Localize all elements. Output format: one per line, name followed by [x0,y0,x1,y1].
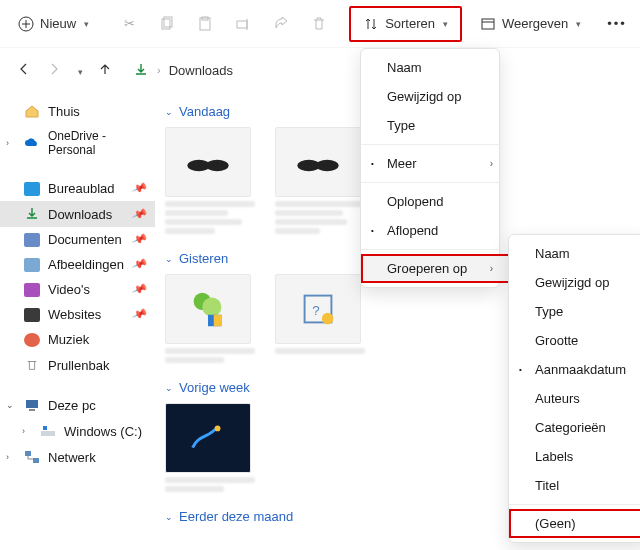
breadcrumb[interactable]: › Downloads [133,62,233,78]
delete-button[interactable] [301,10,337,38]
copy-button[interactable] [149,10,185,38]
new-button[interactable]: Nieuw ▾ [8,10,99,38]
expand-icon[interactable]: › [6,452,9,462]
sidebar-item-videos[interactable]: Video's📌 [0,277,155,302]
pin-icon: 📌 [131,205,149,222]
menu-item-label: Titel [535,478,559,493]
sort-menu: Naam Gewijzigd op Type •Meer› Oplopend •… [360,48,500,288]
trash-icon [311,16,327,32]
groupby-modified[interactable]: Gewijzigd op [509,268,640,297]
sidebar-drive-c[interactable]: ›Windows (C:) [0,418,155,444]
new-label: Nieuw [40,16,76,31]
svg-rect-11 [25,451,31,456]
sidebar-item-downloads[interactable]: Downloads📌 [0,201,155,227]
menu-item-label: Type [535,304,563,319]
menu-item-label: Labels [535,449,573,464]
groupby-title[interactable]: Titel [509,471,640,500]
sort-menu-name[interactable]: Naam [361,53,511,82]
groupby-labels[interactable]: Labels [509,442,640,471]
groupby-size[interactable]: Grootte [509,326,640,355]
svg-rect-20 [214,315,222,327]
file-item[interactable] [165,403,255,495]
svg-point-18 [202,298,221,317]
sort-menu-desc[interactable]: •Aflopend [361,216,511,245]
rename-button[interactable] [225,10,261,38]
chevron-down-icon: ▾ [84,19,89,29]
view-icon [480,16,496,32]
menu-item-label: Auteurs [535,391,580,406]
file-item[interactable] [275,127,365,237]
file-label-blur [275,348,365,354]
copy-icon [159,16,175,32]
pin-icon: 📌 [131,231,149,248]
sidebar-thispc-group: ⌄Deze pc ›Windows (C:) ›Netwerk [0,392,155,470]
expand-icon[interactable]: › [6,138,9,148]
paste-button[interactable] [187,10,223,38]
sort-highlight: Sorteren ▾ [349,6,462,42]
share-button[interactable] [263,10,299,38]
menu-item-label: Naam [387,60,422,75]
groupby-none[interactable]: (Geen) [509,509,640,538]
sort-menu-type[interactable]: Type [361,111,511,140]
menu-item-label: Meer [387,156,417,171]
sidebar-item-label: Bureaublad [48,181,115,196]
thumbnail [165,403,251,473]
pc-icon [24,397,40,413]
sidebar-item-label: Windows (C:) [64,424,142,439]
sidebar-item-pictures[interactable]: Afbeeldingen📌 [0,252,155,277]
view-button[interactable]: Weergeven ▾ [470,10,591,38]
file-item[interactable] [165,274,255,366]
sidebar-item-trash[interactable]: Prullenbak [0,352,155,378]
breadcrumb-current[interactable]: Downloads [169,63,233,78]
expand-icon[interactable]: ⌄ [6,400,14,410]
sidebar-thispc[interactable]: ⌄Deze pc [0,392,155,418]
groupby-created[interactable]: •Aanmaakdatum [509,355,640,384]
bullet-icon: • [371,159,374,168]
sidebar-item-label: Video's [48,282,90,297]
sidebar-home[interactable]: Thuis [0,98,155,124]
sidebar-onedrive[interactable]: › OneDrive - Personal [0,124,155,162]
sidebar-item-label: OneDrive - Personal [48,129,147,157]
menu-item-label: Gewijzigd op [387,89,461,104]
submenu-arrow-icon: › [490,158,493,169]
groupby-authors[interactable]: Auteurs [509,384,640,413]
forward-button[interactable] [40,55,68,86]
groupby-submenu: Naam Gewijzigd op Type Grootte •Aanmaakd… [508,234,640,543]
sidebar-item-label: Websites [48,307,101,322]
chevron-down-icon: ▾ [78,67,83,77]
groupby-name[interactable]: Naam [509,239,640,268]
sidebar-item-websites[interactable]: Websites📌 [0,302,155,327]
back-button[interactable] [10,55,38,86]
file-item[interactable] [165,127,255,237]
menu-item-label: Naam [535,246,570,261]
sort-menu-groupby[interactable]: Groeperen op› [361,254,511,283]
up-button[interactable] [91,55,119,86]
chevron-down-icon: ▾ [443,19,448,29]
caret-icon: ⌄ [165,254,173,264]
recent-dropdown[interactable]: ▾ [70,57,89,84]
cut-button[interactable]: ✂ [111,10,147,38]
svg-rect-9 [41,431,55,436]
groupby-categories[interactable]: Categorieën [509,413,640,442]
desktop-icon [24,182,40,196]
music-icon [24,333,40,347]
sort-button[interactable]: Sorteren ▾ [353,10,458,38]
pin-icon: 📌 [131,306,149,323]
network-icon [24,449,40,465]
sort-menu-asc[interactable]: Oplopend [361,187,511,216]
file-item[interactable]: ? [275,274,365,366]
pictures-icon [24,258,40,272]
sidebar-item-label: Afbeeldingen [48,257,124,272]
sidebar-item-documents[interactable]: Documenten📌 [0,227,155,252]
sidebar-item-desktop[interactable]: Bureaublad📌 [0,176,155,201]
sort-menu-modified[interactable]: Gewijzigd op [361,82,511,111]
caret-icon: ⌄ [165,107,173,117]
sort-menu-more[interactable]: •Meer› [361,149,511,178]
file-label-blur [275,201,365,234]
view-label: Weergeven [502,16,568,31]
sidebar-network[interactable]: ›Netwerk [0,444,155,470]
sidebar-item-music[interactable]: Muziek [0,327,155,352]
expand-icon[interactable]: › [22,426,25,436]
groupby-type[interactable]: Type [509,297,640,326]
more-button[interactable]: ••• [597,10,637,37]
